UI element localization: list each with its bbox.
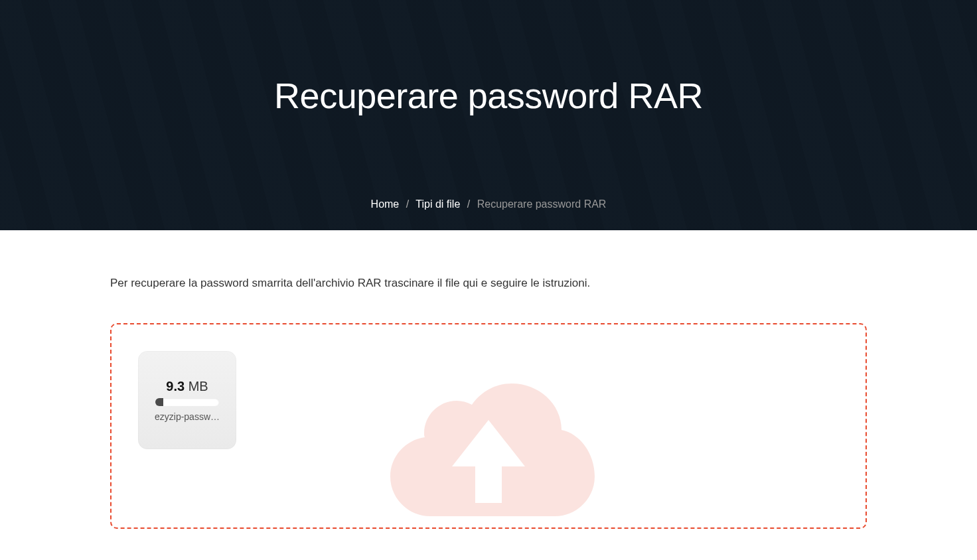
file-size-value: 9.3 bbox=[166, 379, 185, 393]
uploaded-file-card[interactable]: 9.3 MB ezyzip-passw… bbox=[138, 351, 236, 449]
file-dropzone[interactable]: 9.3 MB ezyzip-passw… bbox=[110, 323, 867, 529]
upload-progress-fill bbox=[155, 398, 163, 406]
file-size-label: 9.3 MB bbox=[166, 379, 208, 394]
cloud-upload-icon bbox=[362, 357, 615, 529]
file-size-unit: MB bbox=[185, 379, 208, 393]
file-name-label: ezyzip-passw… bbox=[155, 411, 220, 422]
breadcrumb-separator: / bbox=[467, 198, 470, 210]
hero-section: Recuperare password RAR Home / Tipi di f… bbox=[0, 0, 977, 230]
instruction-text: Per recuperare la password smarrita dell… bbox=[110, 277, 867, 290]
breadcrumb-home-link[interactable]: Home bbox=[371, 198, 400, 210]
breadcrumb-separator: / bbox=[406, 198, 409, 210]
page-title: Recuperare password RAR bbox=[274, 75, 703, 116]
upload-progress-bar bbox=[155, 398, 219, 406]
breadcrumb-types-link[interactable]: Tipi di file bbox=[415, 198, 460, 210]
content-area: Per recuperare la password smarrita dell… bbox=[97, 230, 880, 555]
breadcrumb: Home / Tipi di file / Recuperare passwor… bbox=[371, 198, 607, 210]
breadcrumb-current: Recuperare password RAR bbox=[477, 198, 607, 210]
